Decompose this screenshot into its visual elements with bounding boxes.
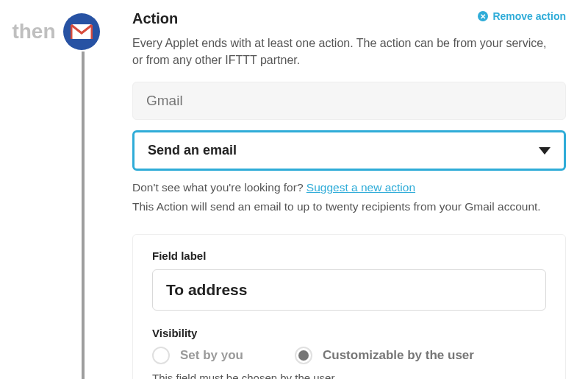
action-select-value: Send an email: [148, 143, 237, 158]
field-card: Field label Visibility Set by you Custom…: [132, 234, 566, 379]
remove-icon: ✕: [478, 11, 488, 21]
action-select[interactable]: Send an email: [132, 130, 566, 171]
field-note: This field must be chosen by the user.: [152, 372, 546, 379]
radio-icon: [152, 347, 170, 364]
gmail-icon: [71, 24, 93, 40]
remove-action-button[interactable]: ✕ Remove action: [478, 10, 566, 22]
suggest-prefix: Don't see what you're looking for?: [132, 181, 306, 194]
main-content: Action ✕ Remove action Every Applet ends…: [100, 6, 582, 379]
visibility-title: Visibility: [152, 327, 546, 339]
radio-label: Customizable by the user: [323, 348, 474, 363]
visibility-option-customizable[interactable]: Customizable by the user: [295, 347, 474, 364]
radio-icon: [295, 347, 312, 364]
field-label-title: Field label: [152, 249, 546, 262]
remove-action-label: Remove action: [492, 10, 566, 22]
section-title: Action: [132, 10, 178, 27]
suggest-line: Don't see what you're looking for? Sugge…: [132, 181, 566, 194]
suggest-action-link[interactable]: Suggest a new action: [306, 181, 415, 194]
action-description: This Action will send an email to up to …: [132, 200, 566, 213]
service-input[interactable]: [132, 82, 566, 120]
field-label-input[interactable]: [152, 269, 546, 311]
then-label: then: [12, 20, 55, 43]
connector-line: [82, 52, 85, 379]
chevron-down-icon: [539, 147, 551, 155]
gmail-service-badge[interactable]: [63, 13, 100, 50]
section-description: Every Applet ends with at least one acti…: [132, 35, 559, 68]
radio-label: Set by you: [180, 348, 243, 363]
visibility-option-set-by-you[interactable]: Set by you: [152, 347, 243, 364]
left-rail: then: [12, 6, 100, 379]
